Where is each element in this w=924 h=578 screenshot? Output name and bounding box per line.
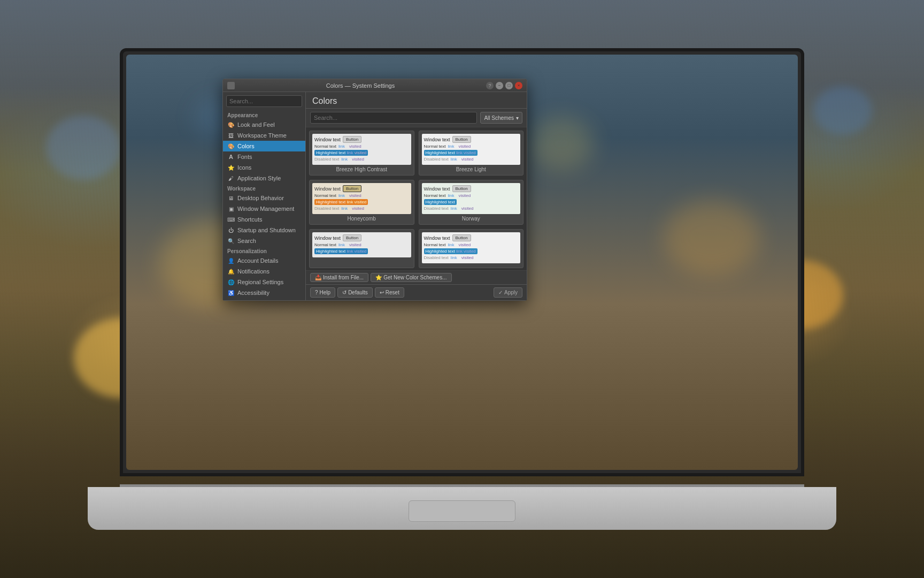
install-from-file-button[interactable]: 📥 Install from File... (310, 273, 368, 282)
colors-search-input[interactable] (310, 112, 477, 124)
window-mgmt-label: Window Management (237, 206, 294, 212)
desktop-behavior-icon: 🖥 (227, 194, 235, 202)
trackpad[interactable] (409, 500, 515, 522)
scheme-preview: Window text Button Normal text link visi… (422, 232, 521, 263)
defaults-button[interactable]: ↺ Defaults (337, 287, 373, 298)
sidebar-search-input[interactable] (229, 98, 299, 104)
look-feel-icon: 🎨 (227, 121, 235, 128)
applications-icon: 📦 (227, 300, 235, 300)
scheme-card-honeycomb[interactable]: Window text Button Normal text link visi… (309, 180, 414, 225)
sidebar-search-box[interactable] (226, 95, 302, 107)
preview-disabled-visited: visited (352, 206, 364, 211)
preview-disabled-visited: visited (352, 157, 364, 162)
scheme-card-breeze-light[interactable]: Window text Button Normal text link visi… (419, 131, 524, 176)
dropdown-chevron-icon: ▾ (516, 115, 519, 121)
minimize-button[interactable]: − (496, 82, 503, 89)
preview-button: Button (452, 136, 471, 143)
defaults-icon: ↺ (342, 290, 346, 295)
scheme-preview: Window text Button Normal text link visi… (312, 134, 411, 165)
sidebar-item-workspace-theme[interactable]: 🖼 Workspace Theme (223, 130, 305, 141)
preview-row-header: Window text Button (314, 185, 409, 192)
sidebar-item-startup-shutdown[interactable]: ⏻ Startup and Shutdown (223, 225, 305, 235)
scheme-filter-dropdown[interactable]: All Schemes ▾ (480, 112, 522, 124)
sidebar-item-window-management[interactable]: ▣ Window Management (223, 203, 305, 214)
scheme-card-6[interactable]: Window text Button Normal text link visi… (419, 229, 524, 268)
preview-highlighted-text: Highlighted text link visited (424, 150, 478, 156)
preview-highlighted-text: Highlighted text (424, 199, 457, 205)
preview-row-highlighted: Highlighted text link visited (424, 248, 519, 254)
help-button[interactable]: ? (486, 82, 494, 89)
preview-row-highlighted: Highlighted text (424, 199, 519, 205)
preview-button: Button (452, 234, 471, 241)
preview-row-disabled: Disabled text link visited (424, 157, 519, 162)
sidebar-item-account[interactable]: 👤 Account Details (223, 255, 305, 266)
window-body: Appearance 🎨 Look and Feel 🖼 Workspace T… (223, 92, 527, 300)
sidebar-item-search[interactable]: 🔍 Search (223, 235, 305, 246)
reset-label: Reset (386, 290, 399, 295)
scheme-card-breeze-high-contrast[interactable]: Window text Button Normal text link visi… (309, 131, 414, 176)
preview-normal-text: Normal text (314, 144, 336, 149)
account-label: Account Details (237, 257, 278, 264)
preview-row-header: Window text Button (314, 234, 409, 241)
preview-normal-text: Normal text (314, 242, 336, 247)
preview-row-disabled: Disabled text link visited (314, 157, 409, 162)
preview-disabled-link: link (451, 255, 457, 260)
preview-normal-text: Normal text (424, 193, 446, 198)
get-new-schemes-button[interactable]: ⭐ Get New Color Schemes... (371, 273, 451, 282)
sidebar-item-regional[interactable]: 🌐 Regional Settings (223, 277, 305, 287)
accessibility-label: Accessibility (237, 290, 270, 296)
preview-visited: visited (458, 144, 471, 149)
preview-button: Button (343, 234, 361, 241)
laptop-screen: Colors — System Settings ? − □ × (120, 48, 804, 476)
sidebar-item-fonts[interactable]: A Fonts (223, 151, 305, 162)
get-schemes-icon: ⭐ (375, 275, 382, 280)
scheme-card-5[interactable]: Window text Button Normal text link visi… (309, 229, 414, 268)
scheme-preview: Window text Button Normal text link visi… (422, 134, 521, 165)
title-bar-controls: ? − □ × (486, 82, 522, 89)
install-bar: 📥 Install from File... ⭐ Get New Color S… (306, 270, 527, 284)
preview-row-disabled: Disabled text link visited (314, 206, 409, 211)
preview-row-highlighted: Highlighted text link visited (314, 199, 409, 205)
laptop: Colors — System Settings ? − □ × (88, 48, 836, 530)
sidebar-item-shortcuts[interactable]: ⌨ Shortcuts (223, 214, 305, 225)
preview-disabled-visited: visited (461, 255, 474, 260)
apply-icon: ✓ (498, 290, 503, 295)
sidebar-item-notifications[interactable]: 🔔 Notifications (223, 266, 305, 277)
sidebar-item-accessibility[interactable]: ♿ Accessibility (223, 287, 305, 298)
sidebar-item-look-and-feel[interactable]: 🎨 Look and Feel (223, 119, 305, 130)
preview-link: link (448, 242, 454, 247)
sidebar-item-desktop-behavior[interactable]: 🖥 Desktop Behavior (223, 193, 305, 203)
preview-normal-text: Normal text (424, 242, 446, 247)
sidebar-item-icons[interactable]: ⭐ Icons (223, 162, 305, 173)
sidebar-item-colors[interactable]: 🎨 Colors (223, 141, 305, 151)
footer-left: ? Help ↺ Defaults ↩ Reset (310, 287, 404, 298)
preview-button: Button (343, 185, 361, 192)
apply-label: Apply (504, 290, 518, 295)
close-button[interactable]: × (515, 82, 522, 89)
help-button[interactable]: ? Help (310, 287, 335, 298)
search-label: Search (237, 238, 256, 244)
sidebar-item-app-style[interactable]: 🖌 Application Style (223, 173, 305, 184)
scheme-preview: Window text Button Normal text link visi… (312, 183, 411, 214)
page-title: Colors (312, 96, 520, 106)
sidebar-item-applications[interactable]: 📦 Applications (223, 298, 305, 300)
reset-button[interactable]: ↩ Reset (375, 287, 404, 298)
colors-icon: 🎨 (227, 142, 235, 150)
scheme-card-norway[interactable]: Window text Button Normal text link visi… (419, 180, 524, 225)
preview-visited: visited (458, 193, 471, 198)
preview-link: link (448, 193, 454, 198)
content-footer: ? Help ↺ Defaults ↩ Reset (306, 284, 527, 300)
app-style-label: Application Style (237, 175, 281, 181)
section-workspace-label: Workspace (223, 184, 305, 193)
fonts-icon: A (227, 153, 235, 161)
search-icon: 🔍 (227, 237, 235, 245)
accessibility-icon: ♿ (227, 289, 235, 296)
account-icon: 👤 (227, 257, 235, 264)
preview-button: Button (452, 185, 471, 192)
preview-highlighted-text: Highlighted text link visited (314, 150, 368, 156)
apply-button[interactable]: ✓ Apply (494, 287, 522, 298)
laptop-base (88, 487, 836, 530)
preview-disabled-visited: visited (461, 206, 474, 211)
preview-row-header: Window text Button (424, 136, 519, 143)
maximize-button[interactable]: □ (505, 82, 513, 89)
